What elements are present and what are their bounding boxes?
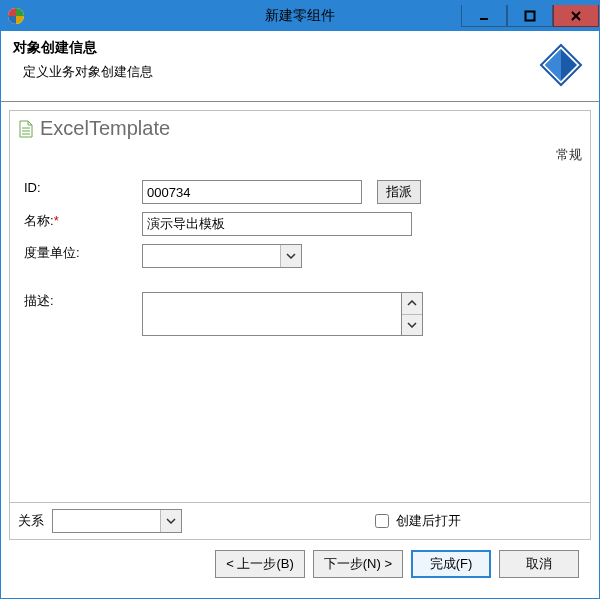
description-spinner [402, 292, 423, 336]
back-button[interactable]: < 上一步(B) [215, 550, 305, 578]
name-label: 名称: [24, 213, 54, 228]
minimize-button[interactable] [461, 5, 507, 27]
svg-rect-2 [526, 11, 535, 20]
wizard-banner: 对象创建信息 定义业务对象创建信息 [1, 31, 599, 102]
id-input[interactable] [142, 180, 362, 204]
wizard-buttons: < 上一步(B) 下一步(N) > 完成(F) 取消 [9, 540, 591, 590]
chevron-down-icon[interactable] [280, 245, 301, 267]
form-panel: ExcelTemplate 常规 ID: 指派 [9, 110, 591, 540]
next-button[interactable]: 下一步(N) > [313, 550, 403, 578]
dialog-body: ExcelTemplate 常规 ID: 指派 [1, 102, 599, 598]
open-after-checkbox[interactable]: 创建后打开 [371, 511, 461, 531]
cancel-button[interactable]: 取消 [499, 550, 579, 578]
panel-tab-label: 常规 [10, 142, 590, 168]
title-bar: 新建零组件 [1, 1, 599, 31]
diamond-icon [539, 43, 583, 87]
relation-value [53, 510, 160, 532]
form-area: ID: 指派 名称:* [10, 168, 590, 502]
finish-button[interactable]: 完成(F) [411, 550, 491, 578]
dialog-window: 新建零组件 对象创建信息 定义业务对象创建信息 [0, 0, 600, 599]
banner-heading: 对象创建信息 [13, 39, 587, 57]
uom-label: 度量单位: [24, 245, 80, 260]
assign-button[interactable]: 指派 [377, 180, 421, 204]
window-controls [461, 5, 599, 27]
uom-value [143, 245, 280, 267]
spin-down-icon[interactable] [402, 315, 422, 336]
app-icon [7, 7, 25, 25]
desc-label: 描述: [24, 293, 54, 308]
panel-header: ExcelTemplate [10, 111, 590, 142]
id-label: ID: [24, 180, 41, 195]
required-marker: * [54, 213, 59, 228]
relation-label: 关系 [18, 512, 44, 530]
name-input[interactable] [142, 212, 412, 236]
spin-up-icon[interactable] [402, 293, 422, 315]
uom-combo[interactable] [142, 244, 302, 268]
open-after-label: 创建后打开 [396, 512, 461, 530]
relation-combo[interactable] [52, 509, 182, 533]
chevron-down-icon[interactable] [160, 510, 181, 532]
description-input[interactable] [142, 292, 402, 336]
banner-subtext: 定义业务对象创建信息 [23, 63, 587, 81]
document-icon [18, 120, 34, 138]
open-after-checkbox-input[interactable] [375, 514, 389, 528]
maximize-button[interactable] [507, 5, 553, 27]
close-button[interactable] [553, 5, 599, 27]
type-label: ExcelTemplate [40, 117, 170, 140]
panel-footer: 关系 创建后打开 [10, 502, 590, 539]
